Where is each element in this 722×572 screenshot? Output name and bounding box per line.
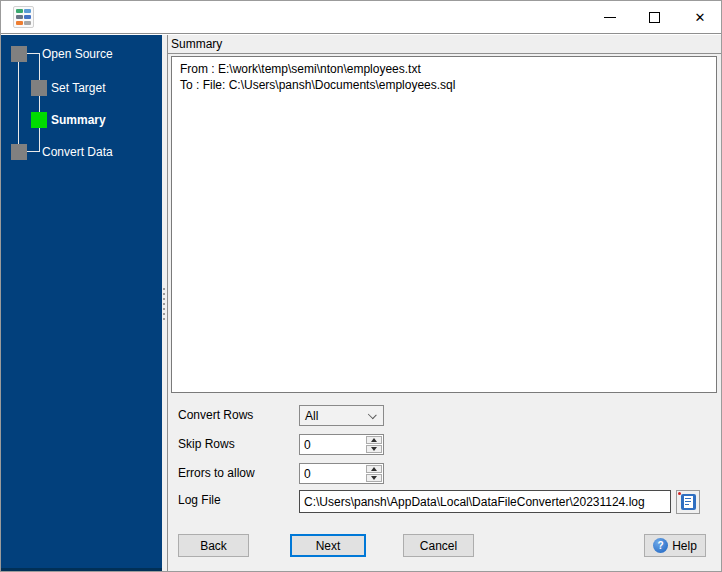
minimize-button[interactable] bbox=[591, 1, 629, 34]
content-pane: Summary From : E:\work\temp\semi\nton\em… bbox=[168, 35, 721, 572]
arrow-down-icon bbox=[371, 447, 377, 451]
app-window: ✕ Open Source Set Target Summary Convert… bbox=[0, 0, 722, 572]
skip-rows-up-button[interactable] bbox=[366, 436, 382, 444]
summary-line-from: From : E:\work\temp\semi\nton\employees.… bbox=[180, 61, 708, 77]
arrow-up-icon bbox=[371, 467, 377, 471]
convert-rows-label: Convert Rows bbox=[178, 405, 253, 426]
pane-caption: Summary bbox=[168, 35, 721, 54]
sidebar-step-summary[interactable]: Summary bbox=[51, 112, 106, 128]
close-icon: ✕ bbox=[695, 11, 706, 24]
errors-to-allow-input[interactable] bbox=[300, 464, 367, 483]
help-button[interactable]: ? Help bbox=[644, 534, 706, 557]
errors-down-button[interactable] bbox=[366, 474, 382, 482]
summary-text-box[interactable]: From : E:\work\temp\semi\nton\employees.… bbox=[171, 56, 717, 393]
minimize-icon bbox=[604, 17, 616, 18]
skip-rows-spinner bbox=[299, 434, 384, 455]
help-question-icon: ? bbox=[653, 538, 668, 553]
sidebar-step-convert-data[interactable]: Convert Data bbox=[42, 144, 113, 160]
back-button[interactable]: Back bbox=[178, 534, 249, 557]
step-connector-bottom bbox=[27, 151, 39, 152]
log-document-icon bbox=[681, 494, 696, 510]
step-square-convert-data bbox=[11, 144, 27, 160]
convert-rows-dropdown[interactable]: All bbox=[299, 405, 384, 426]
maximize-button[interactable] bbox=[635, 1, 673, 34]
errors-to-allow-spinner bbox=[299, 463, 384, 484]
maximize-icon bbox=[649, 12, 660, 23]
step-connector-vertical-left bbox=[18, 61, 19, 145]
log-file-label: Log File bbox=[178, 490, 221, 511]
step-square-set-target bbox=[31, 80, 47, 96]
title-bar: ✕ bbox=[1, 1, 721, 34]
close-button[interactable]: ✕ bbox=[681, 1, 719, 34]
app-icon bbox=[13, 6, 34, 28]
skip-rows-label: Skip Rows bbox=[178, 434, 235, 455]
convert-rows-value: All bbox=[305, 409, 318, 423]
sidebar-step-open-source[interactable]: Open Source bbox=[42, 46, 113, 62]
errors-up-button[interactable] bbox=[366, 465, 382, 473]
step-connector-top bbox=[27, 53, 39, 54]
summary-line-to: To : File: C:\Users\pansh\Documents\empl… bbox=[180, 77, 708, 93]
next-button[interactable]: Next bbox=[290, 534, 366, 557]
errors-to-allow-label: Errors to allow bbox=[178, 463, 255, 484]
skip-rows-down-button[interactable] bbox=[366, 445, 382, 453]
view-log-button[interactable] bbox=[676, 490, 700, 514]
help-button-label: Help bbox=[672, 539, 697, 553]
cancel-button[interactable]: Cancel bbox=[403, 534, 474, 557]
step-connector-vertical-right bbox=[39, 53, 40, 152]
step-square-open-source bbox=[11, 46, 27, 62]
arrow-down-icon bbox=[371, 476, 377, 480]
step-square-summary bbox=[31, 112, 47, 128]
skip-rows-input[interactable] bbox=[300, 435, 367, 454]
log-file-input[interactable] bbox=[299, 490, 671, 513]
wizard-step-panel: Open Source Set Target Summary Convert D… bbox=[1, 35, 162, 568]
sidebar-footer-strip bbox=[1, 568, 162, 572]
chevron-down-icon bbox=[368, 410, 377, 419]
sidebar-step-set-target[interactable]: Set Target bbox=[51, 80, 105, 96]
arrow-up-icon bbox=[371, 438, 377, 442]
